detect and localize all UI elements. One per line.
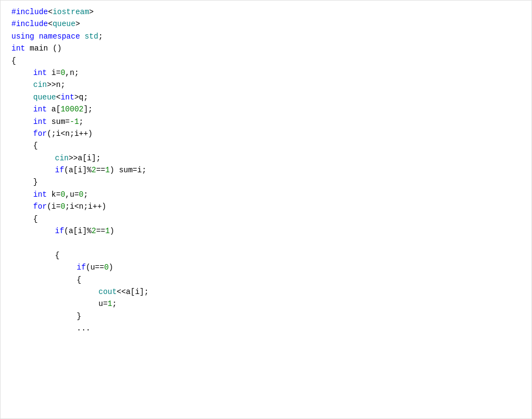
token-num-2b: 2 bbox=[91, 225, 96, 237]
token-int-i: int bbox=[33, 67, 47, 79]
code-line-13: cin>>a[i]; bbox=[11, 152, 521, 164]
token-if-1: if bbox=[55, 164, 64, 176]
token-num-neg1: -1 bbox=[70, 116, 79, 128]
token-int-sum: int bbox=[33, 116, 47, 128]
token-int-main: int bbox=[11, 42, 25, 54]
code-line-26: } bbox=[11, 310, 521, 322]
code-line-17: for(i=0;i<n;i++) bbox=[11, 201, 521, 212]
token-std: std bbox=[84, 30, 98, 42]
token-include-1: #include bbox=[11, 6, 48, 18]
code-line-3: using namespace std; bbox=[11, 30, 521, 42]
code-line-4: int main () bbox=[11, 42, 521, 54]
token-int-k: int bbox=[33, 189, 47, 201]
code-line-24: cout<<a[i]; bbox=[11, 286, 521, 298]
token-header-2: queue bbox=[53, 18, 76, 30]
token-num-1c: 1 bbox=[108, 298, 112, 310]
token-num-0b: 0 bbox=[60, 189, 65, 201]
token-cout: cout bbox=[98, 286, 117, 298]
code-line-10: int sum=-1; bbox=[11, 116, 521, 128]
token-num-0d: 0 bbox=[60, 201, 65, 212]
code-line-12: { bbox=[11, 140, 521, 152]
code-line-2: #include<queue> bbox=[11, 18, 521, 30]
code-line-14: if(a[i]%2==1) sum=i; bbox=[11, 164, 521, 176]
code-line-7: cin>>n; bbox=[11, 79, 521, 91]
code-line-11: for(;i<n;i++) bbox=[11, 128, 521, 140]
code-line-25: u=1; bbox=[11, 298, 521, 310]
code-line-20 bbox=[11, 237, 521, 249]
token-num-0c: 0 bbox=[79, 189, 83, 201]
token-queue: queue bbox=[33, 91, 56, 103]
token-for-2: for bbox=[33, 201, 47, 212]
token-header-1: iostream bbox=[53, 6, 89, 18]
code-line-27: ... bbox=[11, 322, 521, 334]
code-line-23: { bbox=[11, 274, 521, 286]
code-line-21: { bbox=[11, 249, 521, 261]
token-namespace: namespace bbox=[39, 30, 80, 42]
token-if-2: if bbox=[55, 225, 64, 237]
token-num-0e: 0 bbox=[104, 261, 108, 273]
code-line-19: if(a[i]%2==1) bbox=[11, 225, 521, 237]
token-num-1a: 1 bbox=[105, 164, 109, 176]
code-line-15: } bbox=[11, 176, 521, 188]
code-line-18: { bbox=[11, 213, 521, 225]
token-for-1: for bbox=[33, 128, 47, 140]
token-num-2a: 2 bbox=[91, 164, 96, 176]
code-line-1: #include<iostream> bbox=[11, 6, 521, 18]
token-int-a: int bbox=[33, 103, 47, 115]
token-num-0a: 0 bbox=[60, 67, 65, 79]
token-num-10002: 10002 bbox=[60, 103, 83, 115]
token-if-3: if bbox=[77, 261, 86, 273]
code-line-22: if(u==0) bbox=[11, 261, 521, 273]
code-line-9: int a[10002]; bbox=[11, 103, 521, 115]
token-using: using bbox=[11, 30, 34, 42]
code-line-6: int i=0,n; bbox=[11, 67, 521, 79]
code-line-16: int k=0,u=0; bbox=[11, 189, 521, 201]
token-int-q: int bbox=[60, 91, 74, 103]
token-cin-ai: cin bbox=[55, 152, 69, 164]
token-include-2: #include bbox=[11, 18, 48, 30]
code-line-8: queue<int>q; bbox=[11, 91, 521, 103]
code-editor: #include<iostream> #include<queue> using… bbox=[0, 0, 532, 419]
token-num-1b: 1 bbox=[105, 225, 109, 237]
code-line-5: { bbox=[11, 55, 521, 67]
token-cin-n: cin bbox=[33, 79, 47, 91]
code-content: #include<iostream> #include<queue> using… bbox=[1, 6, 531, 335]
